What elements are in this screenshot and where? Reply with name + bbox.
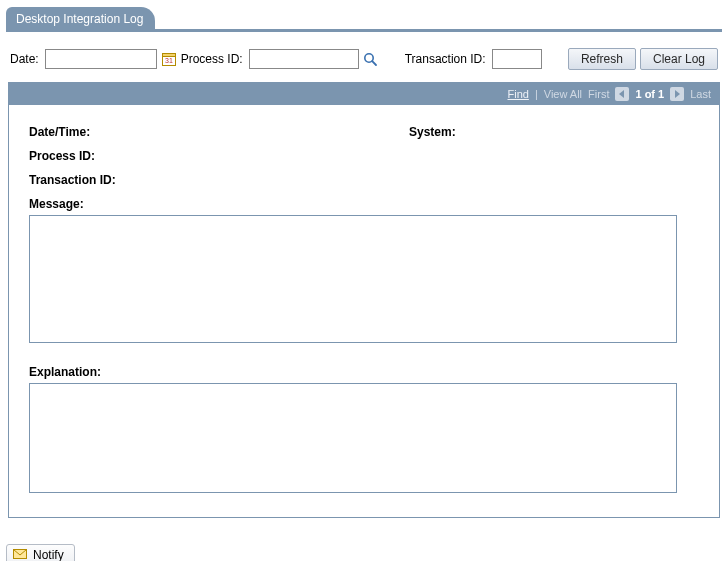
- clear-log-button[interactable]: Clear Log: [640, 48, 718, 70]
- nav-separator: |: [535, 88, 538, 100]
- view-all-link[interactable]: View All: [544, 88, 582, 100]
- transaction-id-label: Transaction ID:: [405, 52, 486, 66]
- explanation-label: Explanation:: [29, 365, 699, 379]
- notify-button[interactable]: Notify: [6, 544, 75, 561]
- footer-bar: Notify: [6, 544, 722, 561]
- prev-icon[interactable]: [615, 87, 629, 101]
- log-panel: Find | View All First 1 of 1 Last Date/T…: [8, 82, 720, 518]
- record-transaction-id-label: Transaction ID:: [29, 173, 116, 187]
- svg-marker-5: [619, 90, 624, 98]
- lookup-icon[interactable]: [363, 50, 379, 68]
- row-counter: 1 of 1: [635, 88, 664, 100]
- svg-line-4: [372, 61, 376, 65]
- date-input[interactable]: [45, 49, 157, 69]
- filter-row: Date: 31 Process ID: Transaction ID: Ref…: [6, 48, 722, 82]
- process-id-label: Process ID:: [181, 52, 243, 66]
- notify-label: Notify: [33, 548, 64, 561]
- tab-desktop-integration-log[interactable]: Desktop Integration Log: [6, 7, 155, 30]
- message-textarea[interactable]: [29, 215, 677, 343]
- datetime-label: Date/Time:: [29, 125, 90, 139]
- date-label: Date:: [10, 52, 39, 66]
- log-record: Date/Time: System: Process ID: Transacti…: [9, 105, 719, 517]
- explanation-textarea[interactable]: [29, 383, 677, 493]
- refresh-button[interactable]: Refresh: [568, 48, 636, 70]
- svg-text:31: 31: [165, 57, 173, 64]
- next-icon[interactable]: [670, 87, 684, 101]
- notify-icon: [13, 549, 27, 561]
- first-link[interactable]: First: [588, 88, 609, 100]
- calendar-icon[interactable]: 31: [161, 50, 177, 68]
- message-label: Message:: [29, 197, 699, 211]
- transaction-id-input[interactable]: [492, 49, 542, 69]
- process-id-input[interactable]: [249, 49, 359, 69]
- record-process-id-label: Process ID:: [29, 149, 95, 163]
- find-link[interactable]: Find: [507, 88, 528, 100]
- grid-nav-bar: Find | View All First 1 of 1 Last: [9, 83, 719, 105]
- system-label: System:: [409, 125, 456, 139]
- tab-bar: Desktop Integration Log: [6, 6, 722, 32]
- svg-marker-6: [675, 90, 680, 98]
- last-link[interactable]: Last: [690, 88, 711, 100]
